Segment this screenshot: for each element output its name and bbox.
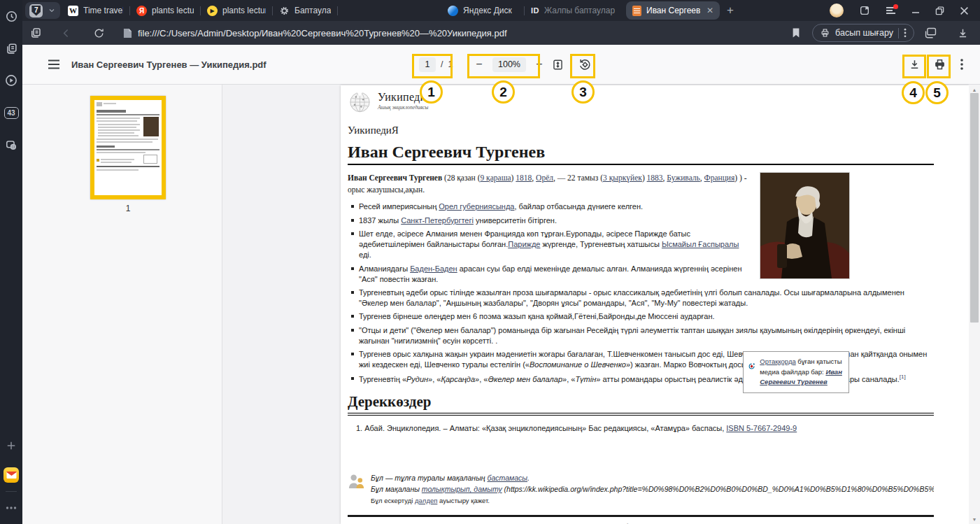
wikipedia-favicon: W <box>68 6 78 16</box>
text-segment: Бұл — тұлға туралы мақаланың <box>371 474 488 482</box>
fit-to-page-button[interactable] <box>551 45 564 84</box>
close-window-button[interactable] <box>960 6 969 15</box>
inline-link[interactable]: Буживаль <box>667 174 700 182</box>
page-thumbnail[interactable] <box>90 96 166 199</box>
thumb-logo <box>97 102 102 106</box>
tabs-panel-icon[interactable] <box>0 36 22 60</box>
inline-link[interactable]: Санкт-Петербургтегі <box>401 216 474 225</box>
inline-link[interactable]: Парижде <box>508 240 540 248</box>
inline-link[interactable]: толықтырып, дамыту <box>422 485 502 493</box>
text-segment: жүргенде, Тургеневтың хатшысы <box>540 240 661 248</box>
print-more-icon[interactable] <box>904 28 907 38</box>
collections-icon[interactable] <box>924 27 937 39</box>
thumb-line <box>97 169 139 171</box>
people-stub-icon <box>348 473 365 490</box>
more-options-icon[interactable] <box>0 496 22 520</box>
video-player-icon[interactable] <box>0 69 22 92</box>
restore-window-button[interactable] <box>935 6 944 15</box>
text-segment: Түтін <box>575 374 596 383</box>
vertical-scrollbar[interactable]: ▲ ▼ <box>969 85 980 524</box>
profile-avatar[interactable] <box>830 3 844 17</box>
reload-icon[interactable] <box>93 27 105 39</box>
thumb-line <box>98 127 136 128</box>
annotation-box-5 <box>927 55 951 78</box>
inline-link[interactable]: 9 қараша <box>480 174 511 182</box>
tab-count-badge[interactable]: 43 <box>0 101 22 125</box>
chevron-down-icon[interactable] <box>48 6 56 15</box>
inline-link[interactable]: Франция <box>704 174 735 182</box>
text-segment: ) <box>642 174 647 182</box>
back-icon[interactable] <box>60 27 72 39</box>
text-segment: "Отцы и дети" ("Әкелер мен балалар") ром… <box>359 326 905 345</box>
thumb-line <box>98 129 140 131</box>
annotation-number-5: 5 <box>925 81 949 104</box>
list-item: Шет елде, әсіресе Алмания менен Францияд… <box>359 229 934 260</box>
tab-counter[interactable]: 7 <box>25 2 60 19</box>
tab-settings[interactable]: Баптаулар <box>273 0 337 21</box>
tab-yandex-disk[interactable]: Яндекс Диск <box>441 0 524 21</box>
text-segment: Ресей империясының <box>359 202 439 211</box>
inline-link[interactable]: бастамасы <box>488 474 527 482</box>
bookmark-icon[interactable] <box>791 27 801 38</box>
list-item: Тургеневтың әдеби орыс тілінде жазылған … <box>359 288 934 309</box>
new-tab-button[interactable]: + <box>721 3 739 17</box>
browser-sidebar: 43 <box>0 0 22 524</box>
thumb-line <box>98 135 139 136</box>
tab-plants-lecture-video[interactable]: ▶ plants lecture: 2 ть <box>201 0 272 21</box>
pdf-more-options-icon[interactable] <box>960 45 963 84</box>
thumb-line <box>101 159 134 160</box>
side-panel-icon[interactable] <box>859 5 870 16</box>
tab-time-travel[interactable]: W Time travel - Wikip <box>62 0 129 21</box>
thumb-portrait <box>143 117 159 136</box>
url-text[interactable]: file:///C:/Users/Admin/Desktop/Иван%20Се… <box>138 28 791 38</box>
text-segment: ауыстыру қажет. <box>437 497 490 504</box>
history-icon[interactable] <box>0 4 22 28</box>
thumb-stub-icon <box>97 159 99 162</box>
address-bar: file:///C:/Users/Admin/Desktop/Иван%20Се… <box>22 21 980 45</box>
inline-link[interactable]: [1] <box>900 374 906 380</box>
inline-link[interactable]: Ортаққорда <box>760 357 795 365</box>
menu-icon[interactable] <box>886 6 896 15</box>
inline-link[interactable]: Ысмайыл Ғаспыралы <box>662 240 739 248</box>
download-icon[interactable] <box>957 27 969 39</box>
inline-link[interactable]: дәлдеп <box>415 497 437 504</box>
all-tabs-icon[interactable] <box>29 27 42 39</box>
text-segment: (https://kk.wikipedia.org/w/index.php?ti… <box>502 485 934 493</box>
inline-link[interactable]: Орёл <box>536 174 553 182</box>
inline-link[interactable]: 1818 <box>516 174 532 182</box>
annotation-number-2: 2 <box>492 80 515 104</box>
thumb-line <box>97 152 145 153</box>
tab-general-settings[interactable]: ID Жалпы баптаулар <box>525 0 625 21</box>
inline-link[interactable]: 3 қыркүйек <box>603 174 642 182</box>
print-page-button[interactable]: басып шығару <box>812 24 914 42</box>
minimize-button[interactable] <box>911 6 920 15</box>
notification-dot <box>893 4 898 9</box>
tab-plants-lecture-search[interactable]: Я plants lecture — Я <box>130 0 200 21</box>
inline-link[interactable]: 1883 <box>647 174 663 182</box>
annotation-number-4: 4 <box>902 81 925 104</box>
thumb-commons-box <box>143 155 157 164</box>
add-widget-icon[interactable] <box>0 434 22 458</box>
pdf-viewer: 1 УикипедиЯ Ашық энциклопедиясы Уикипеди… <box>22 85 980 524</box>
yandex-mail-icon[interactable] <box>0 463 22 487</box>
pdf-menu-icon[interactable] <box>48 45 60 84</box>
yandex-disk-favicon <box>448 6 458 16</box>
scrollbar-thumb[interactable] <box>970 93 979 323</box>
inline-link[interactable]: Баден-Баден <box>410 264 457 273</box>
inline-link[interactable]: ISBN 5-7667-2949-9 <box>726 424 797 432</box>
text-segment: еді. <box>359 250 371 259</box>
tabbar-right-cluster <box>830 3 980 17</box>
article-title: Иван Сергеевич Тургенев <box>348 143 934 165</box>
text-segment: Қарсаңда <box>441 374 475 383</box>
close-tab-icon[interactable]: ✕ <box>706 6 713 15</box>
list-item: "Отцы и дети" ("Әкелер мен балалар") ром… <box>359 325 934 346</box>
annotation-box-2 <box>467 54 540 78</box>
annotation-number-1: 1 <box>420 80 443 104</box>
text-segment: Бұл мақаланы <box>371 485 422 493</box>
text-segment: », « <box>475 374 488 383</box>
thumbnail-panel: 1 <box>22 85 222 524</box>
scroll-down-arrow[interactable]: ▼ <box>969 514 980 524</box>
screenshot-icon[interactable] <box>0 133 22 157</box>
tab-active-pdf[interactable]: Иван Сергееви ✕ <box>626 1 720 20</box>
inline-link[interactable]: Орел губерниясында <box>439 202 514 211</box>
